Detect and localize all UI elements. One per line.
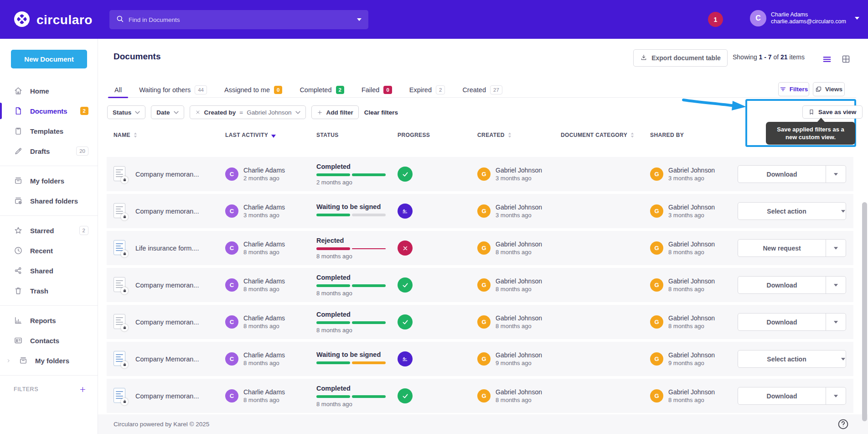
sort-icon[interactable] (630, 132, 635, 138)
column-header-name[interactable]: NAME (114, 132, 225, 138)
views-button[interactable]: Views (813, 82, 845, 96)
tab-assigned-to-me[interactable]: Assigned to me0 (224, 82, 282, 98)
sidebar-item-templates[interactable]: Templates (0, 121, 98, 141)
table-row[interactable]: Company memoran...CCharlie Adams2 months… (107, 157, 853, 191)
grid-view-icon[interactable] (841, 54, 851, 64)
chevron-right-icon[interactable] (5, 358, 11, 364)
sidebar-item-recent[interactable]: Recent (0, 241, 98, 261)
save-as-view-button[interactable]: Save as view (802, 105, 863, 119)
column-header-created[interactable]: CREATED (477, 132, 561, 138)
created-by-filter-chip[interactable]: Created by = Gabriel Johnson (190, 105, 306, 119)
download-button[interactable]: Download (738, 387, 846, 405)
sidebar-item-label: Templates (30, 127, 63, 135)
filters-button[interactable]: Filters (778, 82, 809, 96)
vertical-scrollbar[interactable] (862, 202, 867, 421)
table-row[interactable]: Company memoran...CCharlie Adams8 months… (107, 379, 853, 413)
export-document-table-button[interactable]: Export document table (633, 49, 728, 67)
tab-expired[interactable]: Expired2 (409, 82, 445, 98)
table-row[interactable]: Life insurance form....CCharlie Adams8 m… (107, 231, 853, 265)
action-caret-icon[interactable] (826, 314, 846, 330)
new-document-button[interactable]: New Document (11, 50, 87, 68)
sort-icon[interactable] (507, 132, 512, 138)
person-time: 8 months ago (668, 285, 715, 293)
select-action-button[interactable]: Select action (738, 202, 846, 220)
remove-filter-x-icon[interactable] (195, 110, 201, 115)
action-button-label[interactable]: Download (738, 387, 826, 404)
action-button-label[interactable]: Download (738, 277, 826, 293)
action-caret-icon[interactable] (826, 166, 846, 183)
action-caret-icon[interactable] (826, 240, 846, 256)
column-header-shared-by[interactable]: SHARED BY (650, 132, 738, 138)
add-filter-button[interactable]: Add filter (311, 105, 359, 119)
add-filter-plus-icon[interactable] (79, 386, 87, 393)
search-input[interactable] (129, 16, 352, 23)
sidebar-item-shared-folders[interactable]: Shared folders (0, 191, 98, 211)
tab-completed[interactable]: Completed2 (300, 82, 344, 98)
search-scope-caret-icon[interactable] (356, 18, 362, 21)
person-text: Gabriel Johnson8 months ago (496, 314, 542, 330)
sidebar-item-contacts[interactable]: Contacts (0, 330, 98, 350)
sidebar-item-my-folders[interactable]: My folders (0, 171, 98, 191)
document-name: Company memoran... (135, 319, 199, 326)
list-view-icon[interactable] (822, 54, 832, 64)
tab-waiting-for-others[interactable]: Waiting for others44 (139, 82, 207, 98)
trash-icon (14, 286, 23, 295)
table-row[interactable]: Company memoran...CCharlie Adams3 months… (107, 194, 853, 228)
column-header-progress[interactable]: PROGRESS (398, 132, 477, 138)
action-caret-icon[interactable] (826, 387, 846, 404)
action-button-label[interactable]: Download (738, 166, 826, 183)
download-button[interactable]: Download (738, 313, 846, 331)
action-caret-icon[interactable] (841, 209, 846, 213)
name-cell: Company memoran... (114, 277, 225, 293)
sidebar-item-documents[interactable]: Documents2 (0, 101, 98, 121)
table-row[interactable]: Company memoran...CCharlie Adams8 months… (107, 305, 853, 339)
user-menu[interactable]: C Charlie Adams charlie.adams@circularo.… (750, 10, 860, 26)
tab-created[interactable]: Created27 (462, 82, 502, 98)
export-label: Export document table (651, 54, 721, 62)
action-button-label[interactable]: Select action (738, 208, 835, 215)
action-caret-icon[interactable] (841, 357, 846, 361)
new-request-button[interactable]: New request (738, 239, 846, 257)
date-filter-chip[interactable]: Date (151, 105, 184, 119)
action-button-label[interactable]: Download (738, 314, 826, 330)
notification-badge[interactable]: 1 (708, 12, 723, 27)
select-action-button[interactable]: Select action (738, 350, 846, 368)
tab-count-badge: 2 (436, 85, 445, 94)
progress-segment (316, 321, 350, 324)
status-filter-chip[interactable]: Status (107, 105, 145, 119)
sidebar-item-reports[interactable]: Reports (0, 310, 98, 330)
sidebar-item-trash[interactable]: Trash (0, 281, 98, 301)
download-button[interactable]: Download (738, 165, 846, 183)
person-time: 3 months ago (496, 174, 542, 182)
name-cell: Life insurance form.... (114, 240, 225, 256)
tab-all[interactable]: All (114, 82, 122, 98)
action-button-label[interactable]: Select action (738, 356, 835, 363)
action-button-label[interactable]: New request (738, 240, 826, 256)
download-button[interactable]: Download (738, 276, 846, 294)
sidebar-item-drafts[interactable]: Drafts20 (0, 141, 98, 161)
sort-desc-icon[interactable] (271, 131, 276, 138)
sort-icon[interactable] (133, 132, 138, 138)
status-cell: Completed8 months ago (316, 274, 398, 297)
sidebar-item-my-folders[interactable]: My folders (0, 350, 98, 371)
column-header-status[interactable]: STATUS (316, 132, 398, 138)
table-row[interactable]: Company memoran...CCharlie Adams8 months… (107, 268, 853, 302)
document-name: Company memoran... (135, 282, 199, 289)
global-search[interactable] (109, 10, 368, 29)
sidebar-item-shared[interactable]: Shared (0, 261, 98, 281)
action-caret-icon[interactable] (826, 277, 846, 293)
column-header-last-activity[interactable]: LAST ACTIVITY (225, 131, 316, 138)
brand-logo[interactable]: circularo (13, 10, 93, 30)
clear-filters-button[interactable]: Clear filters (364, 109, 398, 116)
person-text: Gabriel Johnson8 months ago (668, 314, 715, 330)
tab-failed[interactable]: Failed0 (362, 82, 392, 98)
column-header-document-category[interactable]: DOCUMENT CATEGORY (561, 132, 650, 138)
table-row[interactable]: Company Memoran...CCharlie Adams8 months… (107, 342, 853, 376)
person-name: Charlie Adams (243, 240, 285, 248)
help-icon[interactable] (837, 418, 849, 430)
last-activity-cell: CCharlie Adams8 months ago (225, 388, 316, 404)
sidebar-item-starred[interactable]: Starred2 (0, 220, 98, 241)
active-filters-row: Status Date Created by = Gabriel Johnson… (107, 105, 398, 119)
sidebar-item-home[interactable]: Home (0, 81, 98, 101)
sidebar-item-label: Reports (30, 317, 56, 324)
